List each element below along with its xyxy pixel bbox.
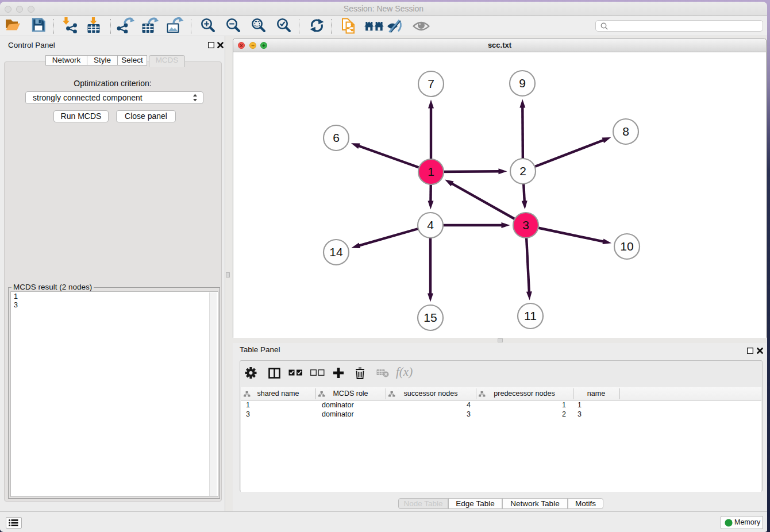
svg-text:15: 15 [424,311,437,324]
svg-text:4: 4 [427,218,434,232]
svg-text:1: 1 [428,165,434,178]
svg-text:7: 7 [428,77,434,90]
svg-text:11: 11 [524,309,537,322]
svg-text:2: 2 [519,164,526,178]
svg-text:6: 6 [333,131,340,144]
svg-text:9: 9 [519,76,526,90]
svg-text:10: 10 [620,240,633,253]
svg-text:3: 3 [522,218,529,232]
svg-text:14: 14 [329,245,343,259]
svg-text:8: 8 [622,125,629,138]
